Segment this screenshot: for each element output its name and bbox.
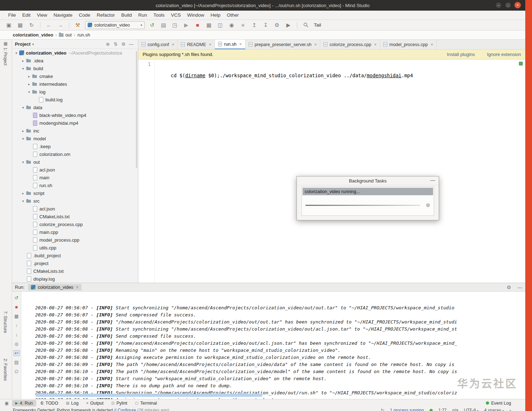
tool-windows-icon[interactable]: ▣: [3, 401, 11, 406]
close-tab-icon[interactable]: [172, 42, 174, 47]
tree-item[interactable]: run.sh: [12, 181, 138, 189]
expand-arrow-icon[interactable]: [20, 191, 26, 195]
tree-item[interactable]: out: [12, 158, 138, 166]
run-icon[interactable]: ▶: [182, 21, 190, 29]
tail-label[interactable]: Tail: [314, 22, 321, 28]
horizontal-scrollbar[interactable]: [35, 394, 262, 397]
chevron-down-icon[interactable]: ▾: [32, 43, 104, 46]
menu-icon[interactable]: ≡: [239, 21, 247, 29]
tree-item[interactable]: .idea: [12, 57, 138, 64]
tree-item[interactable]: script: [12, 189, 138, 197]
expand-arrow-icon[interactable]: [26, 82, 32, 86]
sync-remote-icon[interactable]: ↺: [148, 21, 156, 29]
stripe-project-button[interactable]: 1: Project: [3, 47, 8, 66]
code-line[interactable]: cd $(dirname $0);./workspace_mind_studio…: [155, 60, 413, 283]
tree-item[interactable]: CMakeLists.txt: [12, 267, 138, 275]
tree-item[interactable]: log: [12, 88, 138, 96]
tree-item[interactable]: .keep: [12, 142, 138, 150]
tree-item[interactable]: src: [12, 197, 138, 205]
expand-arrow-icon[interactable]: [20, 137, 26, 141]
menu-item[interactable]: VCS: [168, 12, 184, 18]
down-stack-trace-icon[interactable]: ↓: [13, 332, 20, 338]
menu-item[interactable]: Refactor: [94, 12, 118, 18]
expand-arrow-icon[interactable]: [20, 67, 26, 71]
hide-panel-icon[interactable]: —: [127, 41, 135, 47]
close-tab-icon[interactable]: [239, 42, 242, 47]
close-tab-icon[interactable]: [209, 42, 211, 47]
tree-item[interactable]: main: [12, 174, 138, 181]
breadcrumb-folder[interactable]: out: [59, 32, 72, 38]
tree-item[interactable]: cmake: [12, 72, 138, 80]
tree-item[interactable]: acl.json: [12, 166, 138, 174]
inspection-indicator-icon[interactable]: [519, 62, 523, 66]
collapse-expand-icon[interactable]: ⇅: [112, 41, 120, 47]
download-icon[interactable]: ↧: [262, 21, 270, 29]
expand-arrow-icon[interactable]: [20, 59, 26, 63]
minimize-dialog-icon[interactable]: —: [430, 177, 435, 183]
clear-all-icon[interactable]: ∅: [13, 368, 20, 375]
tree-item[interactable]: intermediates: [12, 80, 138, 88]
menu-item[interactable]: View: [34, 12, 50, 18]
process-running-link[interactable]: 1 process running: [390, 407, 424, 411]
tab-todo-tool[interactable]: 6: TODO: [38, 400, 62, 406]
tab-run-tool[interactable]: ▶ 4: Run: [12, 400, 36, 406]
soft-wrap-icon[interactable]: ↩: [13, 350, 20, 356]
write-lock-icon[interactable]: ▫: [510, 407, 511, 411]
coverage-icon[interactable]: ◫: [216, 21, 224, 29]
tab-prepare-presenter-server-sh[interactable]: prepare_presenter_server.sh: [245, 40, 321, 49]
run-config-select[interactable]: colorization_video ▾: [85, 21, 145, 29]
menu-item[interactable]: Build: [118, 12, 135, 18]
tab-model-process-cpp[interactable]: model_process.cpp: [380, 40, 437, 49]
caret-position[interactable]: 1:77: [438, 407, 447, 411]
tab-pylint-tool[interactable]: ◫ Pylint: [108, 400, 131, 406]
task-row[interactable]: colorization_video running...: [303, 188, 433, 195]
menu-item[interactable]: Run: [135, 12, 150, 18]
breadcrumb-file[interactable]: run.sh: [77, 32, 90, 38]
rerun-icon[interactable]: ↺: [13, 295, 20, 301]
tab-terminal-tool[interactable]: ▢ Terminal: [132, 400, 160, 406]
build-hammer-icon[interactable]: ⚒: [74, 21, 82, 29]
menu-item[interactable]: Window: [184, 12, 207, 18]
menu-item[interactable]: Help: [207, 12, 224, 18]
minimize-button[interactable]: –: [495, 2, 502, 9]
tree-scrollbar[interactable]: [136, 51, 137, 168]
menu-item[interactable]: Navigate: [50, 12, 76, 18]
close-tab-icon[interactable]: [374, 42, 377, 47]
tab-log-tool[interactable]: ▤ Log: [63, 400, 82, 406]
tab-readme[interactable]: README: [178, 40, 215, 49]
tree-item[interactable]: build.log: [12, 96, 138, 103]
tab-run-sh[interactable]: run.sh: [215, 40, 245, 49]
indent-setting[interactable]: 4 spaces ▾: [484, 407, 504, 411]
menu-item[interactable]: File: [5, 12, 19, 18]
maximize-button[interactable]: □: [505, 2, 511, 9]
project-panel-title[interactable]: Project: [15, 41, 31, 47]
tree-item[interactable]: colorize_process.cpp: [12, 220, 138, 228]
file-encoding[interactable]: UTF-8 ▾: [464, 407, 478, 411]
locate-file-icon[interactable]: ⊕: [104, 41, 112, 47]
open-icon[interactable]: ▣: [5, 21, 13, 29]
close-tab-icon[interactable]: [76, 285, 79, 290]
run-session-tab[interactable]: colorization_video: [28, 284, 81, 291]
tab-config-conf[interactable]: config.conf: [138, 40, 178, 49]
code-area[interactable]: 1 cd $(dirname $0);./workspace_mind_stud…: [138, 60, 525, 283]
tree-item[interactable]: .build_project: [12, 252, 138, 259]
up-stack-trace-icon[interactable]: ↑: [13, 322, 20, 328]
tree-item[interactable]: .project: [12, 259, 138, 267]
breadcrumb-root[interactable]: colorization_video: [13, 32, 53, 38]
stop-icon[interactable]: ■: [13, 304, 20, 310]
dialog-title-bar[interactable]: Background Tasks —: [297, 176, 439, 185]
monitor-icon[interactable]: ◉: [228, 21, 235, 29]
run-console[interactable]: 2020-08-27 00:56:07[INFO]Start synchroni…: [21, 292, 525, 399]
expand-arrow-icon[interactable]: [20, 160, 26, 164]
event-log-button[interactable]: Event Log: [486, 401, 511, 406]
tree-item[interactable]: display.log: [12, 275, 138, 283]
stripe-favorites-button[interactable]: 2: Favorites: [3, 359, 8, 381]
save-all-icon[interactable]: ▦: [16, 21, 24, 29]
vcs-status[interactable]: n/a: [452, 407, 458, 411]
gear-icon[interactable]: ⚙: [506, 285, 511, 290]
close-tab-icon[interactable]: [431, 42, 433, 47]
forward-icon[interactable]: →: [56, 21, 64, 29]
menu-item[interactable]: Other: [224, 12, 242, 18]
hide-panel-icon[interactable]: —: [517, 285, 522, 290]
expand-arrow-icon[interactable]: [26, 90, 32, 94]
